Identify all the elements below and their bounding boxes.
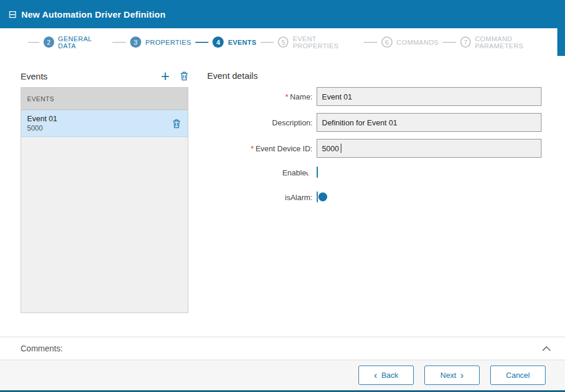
step-number: 6: [381, 36, 393, 48]
name-label: *Name:: [207, 92, 317, 101]
name-row: *Name:: [207, 87, 546, 106]
step-number: 5: [278, 36, 288, 48]
footer-bar: ‹ Back Next › Cancel: [0, 360, 565, 390]
step-label: EVENT PROPERTIES: [293, 35, 360, 49]
step-connector: [364, 42, 377, 43]
back-button[interactable]: ‹ Back: [358, 366, 414, 385]
step-label: EVENTS: [228, 39, 256, 46]
step-event-properties[interactable]: 5 EVENT PROPERTIES: [278, 35, 360, 49]
toggle-knob: [318, 192, 327, 201]
header-right-strip: [557, 28, 565, 56]
event-name: Event 01: [27, 114, 172, 123]
wizard-stepper: 2 GENERAL DATA 3 PROPERTIES 4 EVENTS 5 E…: [0, 28, 557, 56]
is-alarm-label: isAlarm:: [207, 193, 317, 202]
device-id-label-text: Event Device ID:: [255, 144, 313, 153]
description-label: Description:: [207, 118, 317, 127]
list-item-event-01[interactable]: Event 01 5000: [21, 110, 188, 137]
step-number: 4: [212, 36, 224, 48]
step-label: GENERAL DATA: [58, 35, 109, 49]
events-list-header: EVENTS: [21, 88, 188, 110]
description-label-text: Description:: [272, 118, 313, 127]
step-command-parameters[interactable]: 7 COMMAND PARAMETERS: [460, 35, 557, 49]
is-alarm-toggle-wrap: [317, 192, 541, 202]
events-list: EVENTS Event 01 5000: [21, 87, 188, 313]
required-marker: *: [285, 92, 288, 101]
collapse-comments-button[interactable]: [542, 346, 551, 351]
enabled-toggle-wrap: [317, 167, 541, 178]
next-button-label: Next: [440, 371, 456, 380]
description-input[interactable]: [317, 113, 541, 132]
required-marker: *: [251, 144, 254, 153]
step-properties[interactable]: 3 PROPERTIES: [130, 36, 191, 48]
events-panel-title: Events: [21, 71, 161, 81]
name-label-text: Name:: [290, 92, 313, 101]
enabled-row: Enabled:: [207, 165, 546, 180]
description-row: Description:: [207, 113, 546, 132]
event-details-form: *Name: Description: *Event Device ID: En…: [207, 87, 546, 214]
step-connector: [112, 42, 126, 43]
toggle-knob: [307, 168, 316, 177]
step-connector: [443, 42, 456, 43]
step-connector: [28, 42, 39, 43]
page-title: New Automation Driver Definition: [21, 9, 165, 19]
window-icon: ⊟: [8, 9, 16, 19]
step-events[interactable]: 4 EVENTS: [212, 36, 256, 48]
is-alarm-toggle[interactable]: [317, 191, 318, 202]
step-number: 2: [44, 36, 54, 48]
cancel-button[interactable]: Cancel: [490, 366, 546, 385]
step-connector: [195, 42, 209, 43]
window-header: ⊟ New Automation Driver Definition: [0, 0, 565, 28]
device-id-input[interactable]: [317, 139, 541, 158]
events-panel-header: Events +: [21, 68, 188, 84]
chevron-left-icon: ‹: [374, 370, 377, 380]
name-field-wrap: [317, 87, 541, 106]
step-general-data[interactable]: 2 GENERAL DATA: [44, 35, 109, 49]
step-label: COMMAND PARAMETERS: [475, 35, 557, 49]
chevron-up-icon: [542, 346, 551, 351]
step-connector: [261, 42, 274, 43]
delete-row-button[interactable]: [172, 119, 181, 128]
step-label: COMMANDS: [397, 39, 439, 46]
step-commands[interactable]: 6 COMMANDS: [381, 36, 439, 48]
trash-icon: [172, 119, 181, 128]
step-number: 3: [130, 36, 141, 48]
name-input[interactable]: [317, 87, 541, 106]
event-device-id: 5000: [27, 124, 172, 132]
text-caret: [341, 144, 341, 153]
is-alarm-row: isAlarm:: [207, 190, 546, 205]
back-button-label: Back: [381, 371, 398, 380]
trash-icon: [180, 71, 188, 81]
step-label: PROPERTIES: [145, 39, 191, 46]
device-id-label: *Event Device ID:: [207, 144, 317, 153]
list-item-text: Event 01 5000: [27, 114, 172, 132]
comments-label: Comments:: [21, 344, 542, 353]
enabled-toggle[interactable]: [317, 167, 318, 178]
next-button[interactable]: Next ›: [424, 366, 480, 385]
chevron-right-icon: ›: [460, 370, 464, 380]
device-id-row: *Event Device ID:: [207, 139, 546, 158]
comments-bar: Comments:: [0, 337, 565, 360]
cancel-button-label: Cancel: [506, 371, 530, 380]
is-alarm-label-text: isAlarm:: [285, 193, 313, 202]
enabled-label: Enabled:: [207, 168, 317, 177]
add-event-button[interactable]: +: [161, 70, 170, 82]
delete-event-button[interactable]: [180, 71, 188, 81]
device-id-field-wrap: [317, 139, 541, 158]
description-field-wrap: [317, 113, 541, 132]
event-details-title: Event details: [207, 71, 258, 81]
step-number: 7: [460, 36, 471, 48]
